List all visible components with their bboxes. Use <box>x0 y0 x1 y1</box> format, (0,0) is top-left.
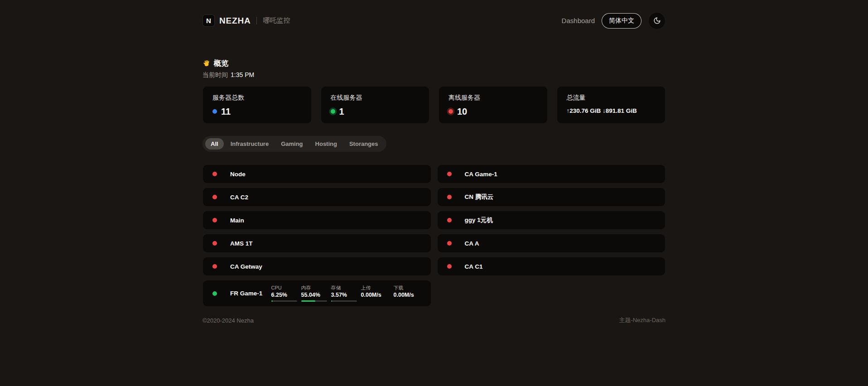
server-name: Main <box>230 217 244 224</box>
server-status-dot <box>447 264 452 269</box>
logo-n-icon: N <box>203 14 215 27</box>
server-metric: 内存 55.04% <box>301 285 327 302</box>
server-status-dot <box>212 264 217 269</box>
stat-value-row: 1 <box>331 107 420 116</box>
theme-credit-link[interactable]: 主题-Nezha-Dash <box>619 316 665 324</box>
stat-card-offline-servers: 离线服务器 10 <box>439 86 548 124</box>
server-row[interactable]: AMS 1T <box>203 234 431 253</box>
server-metric: CPU 6.25% <box>271 285 297 302</box>
metric-progress-bar <box>331 300 357 302</box>
stat-card-total-traffic: 总流量 ↑230.76 GiB ↓891.81 GiB <box>557 86 666 124</box>
server-name: ggy 1元机 <box>465 216 493 224</box>
server-name: Node <box>230 171 246 178</box>
server-status-dot <box>447 218 452 222</box>
stat-label: 离线服务器 <box>448 94 538 102</box>
theme-toggle-button[interactable] <box>648 12 665 29</box>
page-title: 概览 <box>214 59 228 68</box>
language-button[interactable]: 简体中文 <box>602 13 641 29</box>
stat-card-total-servers: 服务器总数 11 <box>203 86 312 124</box>
server-name: CA C2 <box>230 194 248 201</box>
server-row[interactable]: CA Getway <box>203 257 431 276</box>
metric-value: 0.00M/s <box>394 291 422 299</box>
metric-value: 0.00M/s <box>361 291 390 299</box>
metric-label: 上传 <box>361 285 390 291</box>
server-row[interactable]: CA Game-1 <box>437 164 666 183</box>
server-row[interactable]: Node <box>203 164 431 183</box>
total-status-dot <box>212 109 217 114</box>
server-name: CA A <box>465 240 479 247</box>
metric-label: 内存 <box>301 285 327 291</box>
page-container: N NEZHA 哪吒监控 Dashboard 简体中文 <box>203 0 665 324</box>
metric-value: 55.04% <box>301 291 327 299</box>
tab-hosting[interactable]: Hosting <box>310 138 342 150</box>
server-status-dot <box>212 241 217 246</box>
stat-label: 服务器总数 <box>212 94 302 102</box>
server-name: AMS 1T <box>230 240 253 247</box>
server-status-dot <box>447 172 452 176</box>
metric-label: CPU <box>271 285 297 291</box>
stat-value: 10 <box>457 107 467 116</box>
server-status-dot <box>212 291 217 296</box>
current-time-value: 1:35 PM <box>231 71 254 78</box>
server-row[interactable]: CA C1 <box>437 257 666 276</box>
stat-label: 总流量 <box>567 94 656 102</box>
metric-progress-fill <box>331 300 332 302</box>
stat-value: 11 <box>221 107 231 116</box>
category-tabs: AllInfrastructureGamingHostingStoranges <box>203 136 386 152</box>
moon-icon <box>653 17 661 24</box>
server-status-dot <box>447 195 452 199</box>
stat-value-row: 11 <box>212 107 302 116</box>
stat-label: 在线服务器 <box>331 94 420 102</box>
online-status-dot <box>331 109 335 114</box>
metric-progress-fill <box>301 300 315 302</box>
server-row[interactable]: CN 腾讯云 <box>437 188 666 207</box>
current-time-label: 当前时间 <box>203 71 228 78</box>
overview-section-title: 概览 <box>203 59 665 68</box>
server-metrics: CPU 6.25% 内存 55.04% 存储 3.57% 上传 0.00M/s … <box>271 285 423 302</box>
metric-progress-bar <box>271 300 297 302</box>
server-status-dot <box>212 218 217 222</box>
current-time-row: 当前时间1:35 PM <box>203 71 665 79</box>
metric-value: 6.25% <box>271 291 297 299</box>
stat-card-online-servers: 在线服务器 1 <box>321 86 430 124</box>
server-metric: 下载 0.00M/s <box>394 285 422 299</box>
server-name: CA C1 <box>465 263 483 270</box>
brand-divider <box>256 17 257 24</box>
brand-logo[interactable]: N NEZHA 哪吒监控 <box>203 14 290 27</box>
tab-all[interactable]: All <box>205 138 224 150</box>
dashboard-link[interactable]: Dashboard <box>562 17 595 24</box>
server-row[interactable]: CA A <box>437 234 666 253</box>
server-name: CA Getway <box>230 263 262 270</box>
metric-label: 下载 <box>394 285 422 291</box>
offline-status-dot <box>448 109 453 114</box>
header: N NEZHA 哪吒监控 Dashboard 简体中文 <box>203 0 665 30</box>
tab-infrastructure[interactable]: Infrastructure <box>225 138 275 150</box>
server-metric: 上传 0.00M/s <box>361 285 390 299</box>
server-row[interactable]: ggy 1元机 <box>437 211 666 230</box>
brand-subtitle: 哪吒监控 <box>263 16 290 25</box>
server-row[interactable]: FR Game-1 CPU 6.25% 内存 55.04% 存储 3.57% 上… <box>203 280 431 307</box>
copyright-text: ©2020-2024 Nezha <box>203 317 254 324</box>
metric-label: 存储 <box>331 285 357 291</box>
brand-name: NEZHA <box>219 16 251 26</box>
server-name: CA Game-1 <box>465 171 497 178</box>
tab-gaming[interactable]: Gaming <box>275 138 308 150</box>
server-row[interactable]: CA C2 <box>203 188 431 207</box>
header-actions: Dashboard 简体中文 <box>562 12 665 29</box>
server-list: Node CA Game-1 CA C2 CN 腾讯云 Main ggy 1元机… <box>203 164 665 307</box>
stat-value-row: 10 <box>448 107 538 116</box>
server-status-dot <box>212 172 217 176</box>
server-row[interactable]: Main <box>203 211 431 230</box>
stat-value: 1 <box>339 107 344 116</box>
tab-storanges[interactable]: Storanges <box>344 138 384 150</box>
metric-value: 3.57% <box>331 291 357 299</box>
server-name: FR Game-1 <box>230 290 262 297</box>
metric-progress-fill <box>271 300 273 302</box>
footer: ©2020-2024 Nezha 主题-Nezha-Dash <box>203 316 665 324</box>
metric-progress-bar <box>301 300 327 302</box>
traffic-value: ↑230.76 GiB ↓891.81 GiB <box>567 107 656 116</box>
server-metric: 存储 3.57% <box>331 285 357 302</box>
waving-hand-icon <box>203 60 211 68</box>
server-status-dot <box>447 241 452 246</box>
server-name: CN 腾讯云 <box>465 193 494 201</box>
